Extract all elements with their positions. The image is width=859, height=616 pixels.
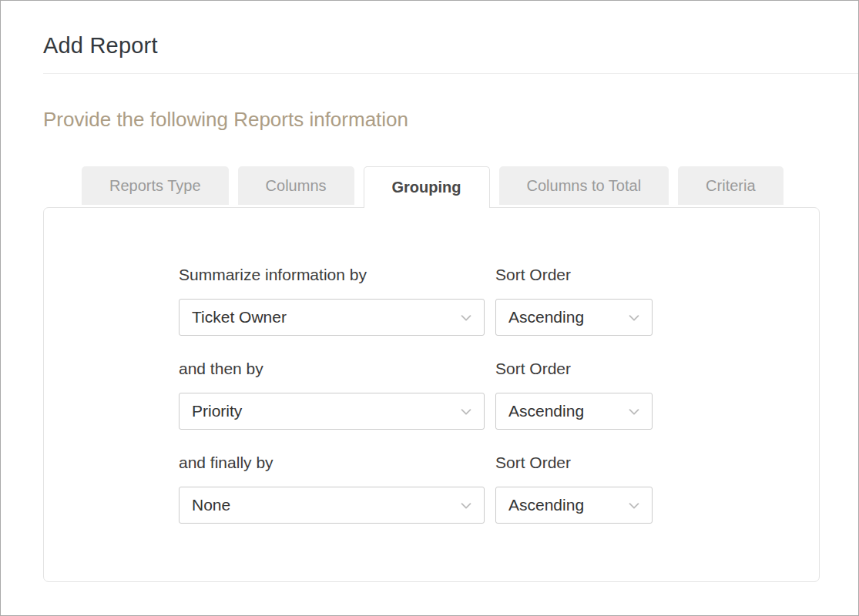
title-divider xyxy=(43,73,858,74)
sort-order-label: Sort Order xyxy=(495,358,653,393)
selected-value: Ascending xyxy=(508,308,584,326)
tab-reports-type[interactable]: Reports Type xyxy=(82,166,229,205)
tab-columns-to-total[interactable]: Columns to Total xyxy=(499,166,669,205)
tab-label: Columns xyxy=(266,177,327,195)
selected-value: Ascending xyxy=(508,402,584,420)
chevron-down-icon xyxy=(626,497,643,514)
tab-columns[interactable]: Columns xyxy=(238,166,354,205)
tab-label: Grouping xyxy=(392,179,461,196)
tab-label: Columns to Total xyxy=(527,177,642,195)
sort-order-select[interactable]: Ascending xyxy=(495,299,653,336)
tab-grouping[interactable]: Grouping xyxy=(364,166,490,208)
chevron-down-icon xyxy=(458,497,475,514)
selected-value: Ascending xyxy=(508,496,584,514)
page-title: Add Report xyxy=(43,32,858,59)
group-field-label: Summarize information by xyxy=(179,264,485,299)
group-field-select[interactable]: Priority xyxy=(179,393,485,430)
tab-label: Reports Type xyxy=(109,177,201,195)
chevron-down-icon xyxy=(458,403,475,420)
group-field-select[interactable]: Ticket Owner xyxy=(179,299,485,336)
sort-order-label: Sort Order xyxy=(495,452,653,487)
group-field-label: and then by xyxy=(179,358,485,393)
grouping-panel: Summarize information by Sort Order Tick… xyxy=(43,207,820,582)
chevron-down-icon xyxy=(626,403,643,420)
group-field-select[interactable]: None xyxy=(179,487,485,524)
grouping-form: Summarize information by Sort Order Tick… xyxy=(179,264,819,546)
selected-value: Ticket Owner xyxy=(192,308,287,326)
tab-label: Criteria xyxy=(706,177,755,195)
tab-criteria[interactable]: Criteria xyxy=(678,166,783,205)
sort-order-label: Sort Order xyxy=(495,264,653,299)
tabs-bar: Reports Type Columns Grouping Columns to… xyxy=(82,166,858,207)
sort-order-select[interactable]: Ascending xyxy=(495,487,653,524)
selected-value: None xyxy=(192,496,230,514)
group-field-label: and finally by xyxy=(179,452,485,487)
chevron-down-icon xyxy=(626,309,643,326)
chevron-down-icon xyxy=(458,309,475,326)
section-subtitle: Provide the following Reports informatio… xyxy=(43,108,858,131)
selected-value: Priority xyxy=(192,402,242,420)
add-report-window: Add Report Provide the following Reports… xyxy=(0,0,859,616)
sort-order-select[interactable]: Ascending xyxy=(495,393,653,430)
